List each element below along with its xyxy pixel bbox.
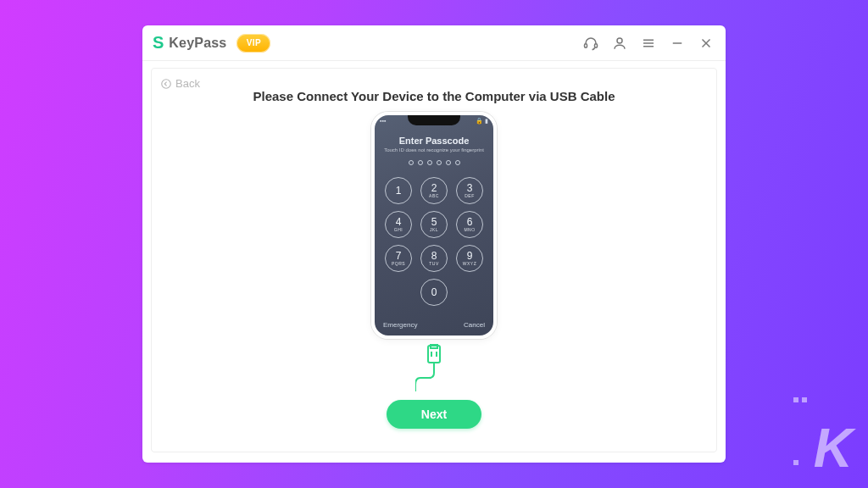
close-button[interactable] [695, 32, 717, 54]
back-arrow-icon [160, 78, 172, 90]
passcode-title: Enter Passcode [399, 136, 470, 146]
svg-rect-0 [585, 43, 587, 47]
app-name: KeyPass [169, 36, 226, 51]
keypad: 1 2ABC 3DEF 4GHI 5JKL 6MNO 7PQRS 8TUV 9W… [385, 177, 483, 306]
logo-mark-icon: S [153, 33, 164, 53]
svg-point-9 [162, 79, 171, 88]
watermark-letter: K [814, 417, 853, 480]
key-8: 8TUV [420, 245, 448, 272]
account-button[interactable] [609, 32, 631, 54]
key-1: 1 [385, 177, 412, 204]
headset-icon [583, 36, 598, 51]
watermark-dots-icon [792, 354, 809, 480]
menu-icon [641, 36, 656, 51]
key-3: 3DEF [456, 177, 483, 204]
status-right: 🔒 ▮ [476, 118, 488, 125]
phone-statusbar: ▪▪▪ 🔒 ▮ [380, 118, 488, 125]
usb-illustration [415, 344, 453, 391]
key-4: 4GHI [385, 211, 412, 238]
titlebar: S KeyPass VIP [142, 25, 726, 61]
passcode-subtitle: Touch ID does not recognize your fingerp… [384, 147, 484, 153]
status-left: ▪▪▪ [380, 118, 386, 125]
passcode-dots [409, 160, 460, 165]
minimize-icon [670, 36, 685, 51]
svg-rect-1 [595, 43, 598, 47]
back-button[interactable]: Back [160, 77, 200, 90]
key-6: 6MNO [456, 211, 483, 238]
close-icon [698, 36, 714, 51]
menu-button[interactable] [637, 32, 659, 54]
minimize-button[interactable] [666, 32, 688, 54]
key-9: 9WXYZ [456, 245, 483, 272]
svg-point-2 [617, 38, 622, 43]
background-watermark: K [792, 354, 853, 480]
usb-cable-icon [415, 344, 453, 391]
key-0: 0 [420, 279, 448, 306]
key-5: 5JKL [420, 211, 448, 238]
user-icon [612, 36, 627, 51]
content-area: Back Please Connect Your Device to the C… [142, 61, 726, 463]
support-button[interactable] [580, 32, 602, 54]
page-title: Please Connect Your Device to the Comput… [253, 89, 615, 103]
vip-label: VIP [247, 38, 262, 47]
app-logo: S KeyPass [153, 33, 226, 53]
next-button[interactable]: Next [387, 400, 481, 429]
app-window: S KeyPass VIP Back Please Connect [142, 25, 726, 463]
key-7: 7PQRS [385, 245, 412, 272]
cancel-label: Cancel [464, 321, 485, 329]
vip-badge[interactable]: VIP [236, 34, 270, 53]
device-illustration: ▪▪▪ 🔒 ▮ Enter Passcode Touch ID does not… [371, 112, 497, 339]
emergency-label: Emergency [383, 321, 417, 329]
back-label: Back [175, 77, 200, 90]
phone-bottom-row: Emergency Cancel [383, 321, 485, 329]
next-label: Next [421, 408, 447, 421]
key-2: 2ABC [420, 177, 448, 204]
main-panel: Back Please Connect Your Device to the C… [151, 68, 717, 452]
